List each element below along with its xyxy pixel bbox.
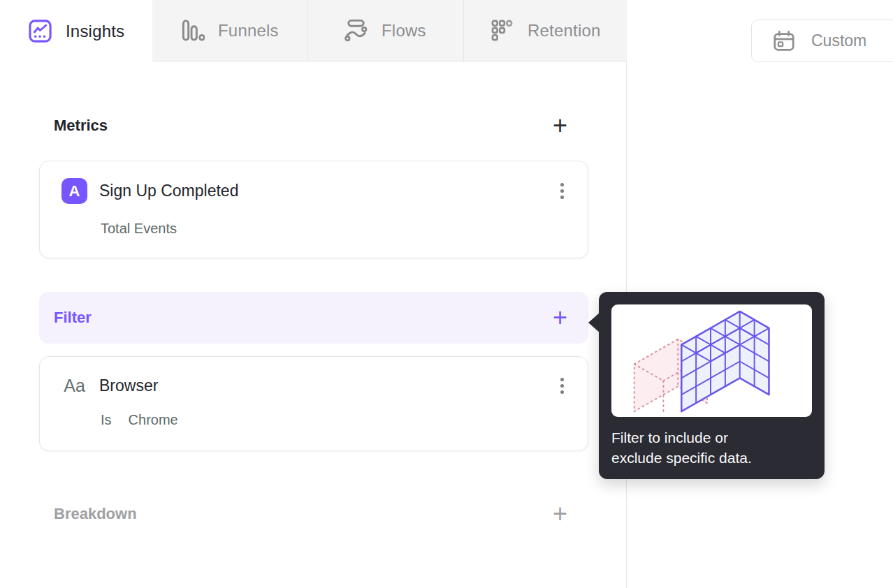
filter-tooltip: Filter to include or exclude specific da… — [599, 292, 825, 479]
add-filter-button[interactable]: + — [553, 307, 567, 328]
tab-insights-label: Insights — [66, 22, 124, 41]
metric-series-badge: A — [61, 178, 87, 204]
calendar-icon — [772, 29, 796, 53]
flows-icon — [344, 18, 368, 43]
tab-funnels-label: Funnels — [218, 21, 279, 41]
date-range-label: Custom — [811, 31, 866, 50]
add-metric-button[interactable]: + — [553, 115, 567, 136]
tab-flows-label: Flows — [382, 21, 426, 41]
tooltip-arrow — [588, 312, 600, 333]
report-tabbar: Insights Funnels Flows — [0, 0, 627, 61]
tab-retention[interactable]: Retention — [463, 0, 627, 61]
filter-kebab-menu-icon[interactable] — [556, 375, 568, 397]
metrics-title: Metrics — [54, 117, 108, 135]
filter-operator[interactable]: Is — [101, 412, 112, 427]
metric-aggregation[interactable]: Total Events — [101, 221, 177, 236]
date-range-custom-button[interactable]: Custom — [751, 20, 893, 62]
query-builder-panel: Insights Funnels Flows — [0, 0, 627, 588]
tab-insights[interactable]: Insights — [0, 0, 152, 62]
breakdown-section-header: Breakdown + — [39, 500, 588, 528]
tab-flows[interactable]: Flows — [307, 0, 463, 61]
breakdown-title: Breakdown — [54, 505, 137, 523]
retention-dots-icon — [490, 18, 514, 43]
funnels-bars-icon — [180, 18, 205, 43]
tab-retention-label: Retention — [528, 21, 601, 41]
filter-section-header[interactable]: Filter + — [39, 292, 588, 344]
metric-card[interactable]: A Sign Up Completed Total Events — [39, 161, 588, 258]
filter-value[interactable]: Chrome — [129, 412, 178, 427]
tab-funnels[interactable]: Funnels — [152, 0, 307, 61]
add-breakdown-button[interactable]: + — [553, 504, 567, 524]
metric-event-name[interactable]: Sign Up Completed — [99, 182, 556, 200]
metric-kebab-menu-icon[interactable] — [556, 180, 568, 202]
filter-card[interactable]: Aa Browser IsChrome — [39, 356, 588, 451]
insights-chart-icon — [28, 19, 52, 43]
tooltip-text: Filter to include or exclude specific da… — [611, 427, 814, 468]
filter-cube-illustration — [611, 304, 812, 417]
string-property-icon: Aa — [61, 376, 87, 396]
filter-property-name[interactable]: Browser — [99, 376, 556, 395]
metrics-section-header: Metrics + — [39, 112, 588, 140]
insights-builder-screen: Insights Funnels Flows — [0, 0, 893, 588]
filter-title: Filter — [54, 309, 92, 327]
